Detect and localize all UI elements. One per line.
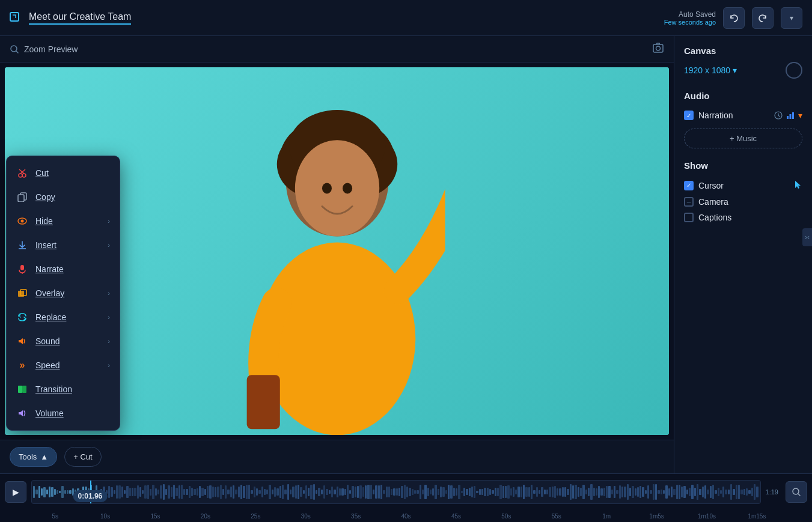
canvas-size-selector[interactable]: 1920 x 1080 ▾ xyxy=(684,65,737,75)
cut-icon xyxy=(16,167,28,179)
menu-item-copy[interactable]: Copy xyxy=(7,185,120,209)
project-title: Meet our Creative Team xyxy=(29,11,131,25)
narration-dropdown-icon[interactable]: ▾ xyxy=(798,111,802,120)
svg-rect-34 xyxy=(790,114,792,119)
camera-label: Camera xyxy=(698,197,802,207)
play-icon: ▶ xyxy=(13,487,19,497)
replace-icon xyxy=(16,311,28,323)
auto-saved-time: Few seconds ago xyxy=(664,19,716,26)
ruler-tick: 40s xyxy=(381,513,431,520)
ruler-tick: 1m xyxy=(581,513,631,520)
speed-arrow-icon: › xyxy=(108,362,110,369)
cursor-label: Cursor xyxy=(698,181,788,190)
ruler-tick: 1m5s xyxy=(632,513,682,520)
menu-item-volume[interactable]: Volume xyxy=(7,401,120,425)
menu-sound-label: Sound xyxy=(35,336,100,346)
menu-cut-label: Cut xyxy=(35,168,110,178)
cursor-row: ✓ Cursor xyxy=(684,177,802,194)
menu-item-overlay[interactable]: Overlay › xyxy=(7,281,120,305)
svg-rect-33 xyxy=(787,116,789,119)
show-section: Show ✓ Cursor – Camera Captions xyxy=(684,160,802,225)
screenshot-button[interactable] xyxy=(652,42,664,56)
panel-expand-arrow[interactable]: ›‹ xyxy=(802,228,812,246)
canvas-dropdown-icon: ▾ xyxy=(733,65,737,75)
ruler-tick: 25s xyxy=(231,513,281,520)
canvas-section: Canvas 1920 x 1080 ▾ xyxy=(684,46,802,79)
overlay-icon xyxy=(16,287,28,299)
menu-item-transition[interactable]: Transition xyxy=(7,377,120,401)
captions-checkbox[interactable] xyxy=(684,213,694,222)
ruler-tick: 50s xyxy=(481,513,531,520)
cut-label: + Cut xyxy=(73,452,92,461)
canvas-size-row: 1920 x 1080 ▾ xyxy=(684,62,802,79)
transition-icon xyxy=(16,383,28,395)
bottom-toolbar: Tools ▲ + Cut xyxy=(0,440,674,473)
menu-item-hide[interactable]: Hide › xyxy=(7,209,120,233)
svg-rect-31 xyxy=(22,386,26,393)
narration-checkbox[interactable]: ✓ xyxy=(684,111,694,120)
menu-item-speed[interactable]: » Speed › xyxy=(7,353,120,377)
svg-rect-30 xyxy=(18,386,22,393)
menu-overlay-label: Overlay xyxy=(35,288,100,298)
menu-speed-label: Speed xyxy=(35,360,100,370)
menu-replace-label: Replace xyxy=(35,312,100,322)
menu-transition-label: Transition xyxy=(35,384,110,394)
cursor-checkbox[interactable]: ✓ xyxy=(684,181,694,190)
end-timestamp: 1:19 xyxy=(766,488,778,496)
insert-arrow-icon: › xyxy=(108,241,110,249)
svg-point-4 xyxy=(656,46,661,50)
preview-container: Cut Copy xyxy=(0,62,674,440)
svg-line-37 xyxy=(798,494,800,496)
menu-item-cut[interactable]: Cut xyxy=(7,161,120,185)
tools-arrow-icon: ▲ xyxy=(40,452,48,461)
main-area: Zoom Preview xyxy=(0,36,812,473)
undo-button[interactable] xyxy=(723,7,745,29)
audio-section: Audio ✓ Narration xyxy=(684,91,802,148)
ruler-tick: 20s xyxy=(180,513,230,520)
play-button[interactable]: ▶ xyxy=(5,481,26,503)
show-title: Show xyxy=(684,160,802,171)
volume-icon xyxy=(16,407,28,419)
narration-bars-icon[interactable] xyxy=(786,111,795,120)
cut-button[interactable]: + Cut xyxy=(64,447,101,467)
zoom-preview-label: Zoom Preview xyxy=(24,44,78,54)
ruler-tick: 5s xyxy=(30,513,80,520)
camera-checkbox[interactable]: – xyxy=(684,197,694,207)
menu-hide-label: Hide xyxy=(35,216,100,226)
redo-button[interactable] xyxy=(752,7,774,29)
tools-label: Tools xyxy=(19,452,37,461)
auto-saved-label: Auto Saved xyxy=(664,10,716,19)
ruler-tick: 15s xyxy=(130,513,180,520)
menu-item-replace[interactable]: Replace › xyxy=(7,305,120,329)
app-logo-icon xyxy=(10,12,22,24)
menu-item-insert[interactable]: Insert › xyxy=(7,233,120,257)
sound-arrow-icon: › xyxy=(108,338,110,345)
canvas-area: Zoom Preview xyxy=(0,36,674,473)
dropdown-button[interactable]: ▾ xyxy=(781,7,802,29)
ruler-tick: 55s xyxy=(531,513,581,520)
timeline-ruler: 5s10s15s20s25s30s35s40s45s50s55s1m1m5s1m… xyxy=(0,510,812,522)
timeline-search-button[interactable] xyxy=(786,481,807,503)
menu-item-sound[interactable]: Sound › xyxy=(7,329,120,353)
insert-icon xyxy=(16,239,28,251)
ruler-tick: 30s xyxy=(281,513,331,520)
header-actions: Auto Saved Few seconds ago ▾ xyxy=(664,7,802,29)
narration-clock-icon[interactable] xyxy=(774,111,783,120)
svg-point-12 xyxy=(322,183,331,193)
menu-narrate-label: Narrate xyxy=(35,264,110,274)
captions-label: Captions xyxy=(698,213,802,222)
captions-row: Captions xyxy=(684,210,802,225)
tools-button[interactable]: Tools ▲ xyxy=(10,447,57,467)
header: Meet our Creative Team Auto Saved Few se… xyxy=(0,0,812,36)
search-icon xyxy=(10,44,19,54)
svg-point-18 xyxy=(22,174,26,177)
ruler-tick: 35s xyxy=(331,513,380,520)
timeline-area: ▶ 0:01.96 1:19 5s10s15s20s25s30s35s40s45… xyxy=(0,473,812,522)
canvas-circle-button[interactable] xyxy=(786,62,802,79)
zoom-bar: Zoom Preview xyxy=(0,36,674,62)
add-music-button[interactable]: + Music xyxy=(684,129,802,148)
menu-item-narrate[interactable]: Narrate xyxy=(7,257,120,281)
svg-point-17 xyxy=(19,174,22,177)
timeline-track[interactable]: 0:01.96 xyxy=(31,480,761,504)
svg-rect-26 xyxy=(20,265,24,270)
